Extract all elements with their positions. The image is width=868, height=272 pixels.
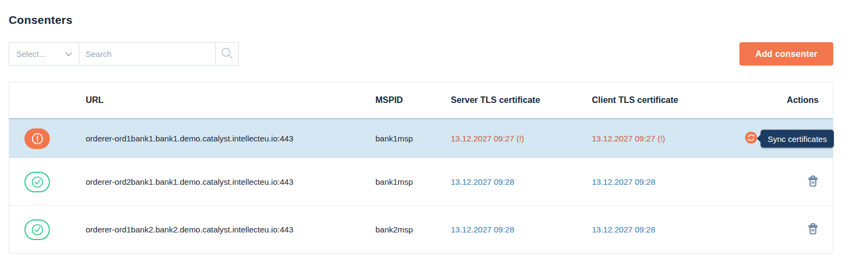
search-field (79, 42, 216, 66)
cell-client-cert: 13.12.2027 09:28 (592, 177, 722, 186)
filter-select[interactable]: Select... (9, 42, 79, 66)
delete-consenter-button[interactable] (807, 176, 819, 189)
cell-url: orderer-ord1bank1.bank1.demo.catalyst.in… (86, 134, 375, 143)
cell-url: orderer-ord1bank2.bank2.demo.catalyst.in… (86, 225, 375, 234)
trash-icon (807, 223, 819, 237)
filter-select-value: Select... (16, 49, 46, 59)
column-header-client-tls: Client TLS certificate (592, 95, 722, 105)
column-header-mspid: MSPID (375, 95, 451, 105)
cell-client-cert: 13.12.2027 09:27 (!) (592, 134, 722, 143)
filter-group: Select... (9, 42, 239, 66)
cell-server-cert: 13.12.2027 09:28 (451, 177, 592, 186)
consenters-page: Consenters Select... Add consenter URL (0, 0, 868, 254)
sync-certificates-button[interactable] (745, 132, 757, 145)
page-title: Consenters (9, 13, 833, 27)
cell-url: orderer-ord2bank1.bank1.demo.catalyst.in… (86, 177, 375, 186)
cell-client-cert: 13.12.2027 09:28 (592, 225, 722, 234)
search-input[interactable] (79, 43, 215, 65)
table-header-row: URL MSPID Server TLS certificate Client … (9, 82, 833, 118)
table-row[interactable]: orderer-ord2bank1.bank1.demo.catalyst.in… (9, 158, 833, 205)
sync-icon (745, 132, 757, 146)
consenters-table: URL MSPID Server TLS certificate Client … (9, 82, 833, 254)
toolbar: Select... Add consenter (9, 42, 833, 66)
search-button[interactable] (215, 42, 239, 66)
search-icon (220, 47, 234, 62)
add-consenter-button[interactable]: Add consenter (739, 42, 833, 66)
table-row[interactable]: orderer-ord1bank1.bank1.demo.catalyst.in… (9, 118, 833, 158)
column-header-actions: Actions (722, 82, 833, 118)
sync-certificates-tooltip: Sync certificates (761, 129, 834, 147)
cell-mspid: bank2msp (375, 225, 451, 234)
tooltip-arrow-icon (757, 134, 761, 143)
status-ok-icon (24, 172, 50, 192)
cell-mspid: bank1msp (375, 177, 451, 186)
status-warning-icon (24, 128, 50, 149)
column-header-url: URL (86, 95, 375, 105)
tooltip-label: Sync certificates (768, 134, 827, 143)
cell-server-cert: 13.12.2027 09:27 (!) (451, 134, 592, 143)
table-row[interactable]: orderer-ord1bank2.bank2.demo.catalyst.in… (9, 205, 833, 253)
cell-server-cert: 13.12.2027 09:28 (451, 225, 592, 234)
column-header-server-tls: Server TLS certificate (451, 95, 592, 105)
delete-consenter-button[interactable] (807, 223, 819, 236)
status-ok-icon (24, 219, 50, 240)
trash-icon (807, 175, 819, 189)
chevron-down-icon (65, 49, 72, 59)
cell-mspid: bank1msp (375, 134, 451, 143)
